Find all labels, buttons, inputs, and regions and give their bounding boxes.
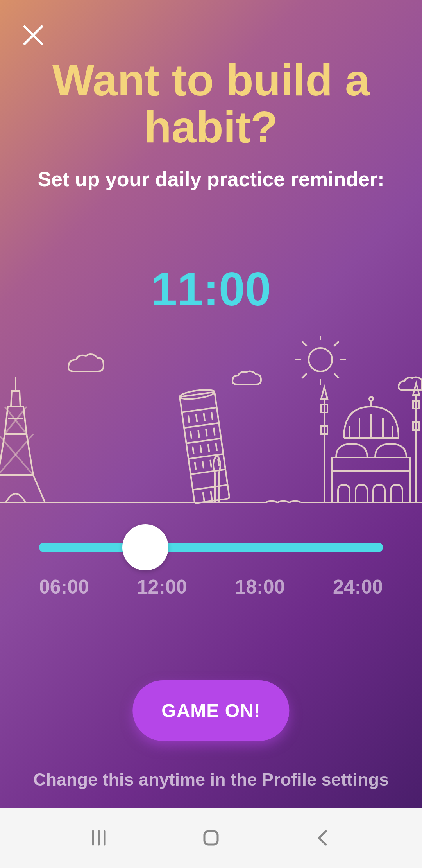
svg-line-37 <box>208 444 209 452</box>
svg-rect-66 <box>204 831 218 845</box>
slider-label: 12:00 <box>137 576 187 598</box>
reminder-setup-screen: Want to build a habit? Set up your daily… <box>0 0 422 808</box>
svg-rect-59 <box>332 457 410 502</box>
svg-line-30 <box>211 412 213 420</box>
svg-line-21 <box>182 407 217 412</box>
svg-line-41 <box>210 460 211 468</box>
svg-point-52 <box>369 397 373 401</box>
slider-label: 06:00 <box>39 576 89 598</box>
back-button[interactable] <box>309 824 337 852</box>
svg-line-28 <box>196 414 197 422</box>
svg-line-35 <box>193 447 194 454</box>
slider-thumb[interactable] <box>122 524 168 570</box>
slider-labels: 06:00 12:00 18:00 24:00 <box>39 576 383 598</box>
slider-label: 18:00 <box>235 576 285 598</box>
system-nav-bar <box>0 808 422 868</box>
svg-line-33 <box>206 429 207 436</box>
svg-line-27 <box>188 415 190 423</box>
svg-line-31 <box>190 431 191 439</box>
svg-line-10 <box>334 373 339 378</box>
close-button[interactable] <box>21 23 45 47</box>
back-icon <box>313 828 333 848</box>
time-slider[interactable] <box>39 528 383 567</box>
recent-apps-button[interactable] <box>85 824 113 852</box>
svg-line-7 <box>302 341 307 346</box>
footer-hint: Change this anytime in the Profile setti… <box>0 769 422 790</box>
svg-line-23 <box>186 438 221 443</box>
svg-line-38 <box>216 443 217 451</box>
svg-line-22 <box>184 423 219 428</box>
slider-label: 24:00 <box>333 576 383 598</box>
svg-line-26 <box>193 485 227 490</box>
svg-line-39 <box>195 462 196 470</box>
svg-line-34 <box>214 428 215 436</box>
slider-track <box>39 543 383 552</box>
selected-time: 11:00 <box>0 262 422 316</box>
svg-line-36 <box>200 445 202 453</box>
svg-line-44 <box>211 491 212 501</box>
close-icon <box>21 23 45 47</box>
svg-line-29 <box>204 413 205 421</box>
page-subtitle: Set up your daily practice reminder: <box>0 167 422 191</box>
svg-line-40 <box>202 461 204 468</box>
page-title: Want to build a habit? <box>0 57 422 150</box>
time-slider-container: 06:00 12:00 18:00 24:00 <box>39 528 383 598</box>
svg-line-8 <box>334 341 339 346</box>
game-on-button[interactable]: GAME ON! <box>132 680 289 741</box>
home-icon <box>201 828 221 848</box>
svg-point-2 <box>309 348 332 371</box>
svg-line-43 <box>203 492 204 502</box>
svg-line-32 <box>198 430 199 438</box>
svg-line-9 <box>302 373 307 378</box>
home-button[interactable] <box>197 824 225 852</box>
recent-apps-icon <box>89 828 109 848</box>
cityscape-illustration <box>0 336 422 504</box>
